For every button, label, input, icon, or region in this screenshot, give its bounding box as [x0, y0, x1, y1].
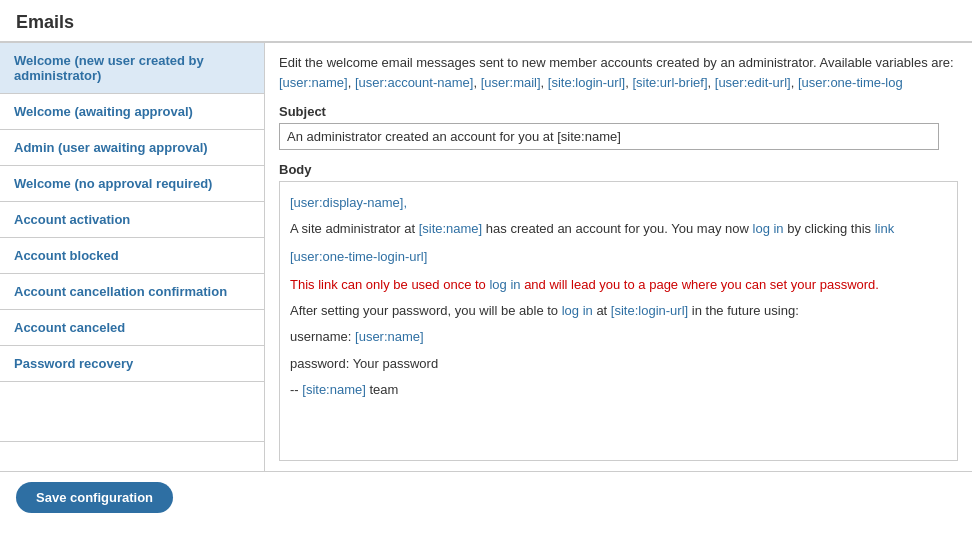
- var-mail: [user:mail]: [481, 75, 541, 90]
- description-text: Edit the welcome email messages sent to …: [279, 53, 958, 92]
- var-edit-url: [user:edit-url]: [715, 75, 791, 90]
- sidebar: Welcome (new user created by administrat…: [0, 43, 265, 471]
- subject-input[interactable]: [279, 123, 939, 150]
- body-line-2: A site administrator at [site:name] has …: [290, 218, 947, 240]
- page-title: Emails: [0, 0, 972, 42]
- body-line-5: After setting your password, you will be…: [290, 300, 947, 322]
- body-content: [user:display-name], A site administrato…: [279, 181, 958, 461]
- sidebar-item-welcome-admin[interactable]: Welcome (new user created by administrat…: [0, 43, 264, 94]
- page-wrapper: Emails Welcome (new user created by admi…: [0, 0, 972, 556]
- sidebar-item-password-recovery[interactable]: Password recovery: [0, 346, 264, 382]
- subject-label: Subject: [279, 104, 958, 119]
- var-login-url: [site:login-url]: [548, 75, 625, 90]
- body-line-7: password: Your password: [290, 353, 947, 375]
- body-line-3: [user:one-time-login-url]: [290, 246, 947, 268]
- sidebar-item-admin-approval[interactable]: Admin (user awaiting approval): [0, 130, 264, 166]
- body-line-1: [user:display-name],: [290, 195, 407, 210]
- sidebar-item-welcome-approval[interactable]: Welcome (awaiting approval): [0, 94, 264, 130]
- sidebar-item-welcome-no-approval[interactable]: Welcome (no approval required): [0, 166, 264, 202]
- var-username: [user:name]: [279, 75, 348, 90]
- body-line-8: -- [site:name] team: [290, 379, 947, 401]
- sidebar-item-account-cancellation[interactable]: Account cancellation confirmation: [0, 274, 264, 310]
- sidebar-spacer: [0, 382, 264, 442]
- content-area: Edit the welcome email messages sent to …: [265, 43, 972, 471]
- body-line-6: username: [user:name]: [290, 326, 947, 348]
- sidebar-item-account-blocked[interactable]: Account blocked: [0, 238, 264, 274]
- body-label: Body: [279, 162, 958, 177]
- sidebar-item-account-activation[interactable]: Account activation: [0, 202, 264, 238]
- main-layout: Welcome (new user created by administrat…: [0, 42, 972, 471]
- save-button[interactable]: Save configuration: [16, 482, 173, 513]
- var-one-time-log: [user:one-time-log: [798, 75, 903, 90]
- sidebar-item-account-canceled[interactable]: Account canceled: [0, 310, 264, 346]
- var-account-name: [user:account-name]: [355, 75, 474, 90]
- save-area: Save configuration: [0, 471, 972, 523]
- body-line-4: This link can only be used once to log i…: [290, 274, 947, 296]
- var-url-brief: [site:url-brief]: [632, 75, 707, 90]
